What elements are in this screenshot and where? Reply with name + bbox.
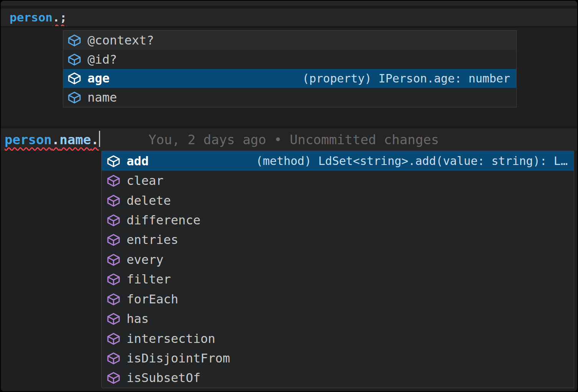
code-token-dot: .: [91, 132, 99, 147]
symbol-method-icon: [107, 371, 120, 384]
git-blame-annotation: You, 2 days ago • Uncommitted changes: [148, 128, 439, 151]
code-line-person-name[interactable]: person.name.You, 2 days ago • Uncommitte…: [1, 128, 577, 151]
suggestion-item-difference[interactable]: difference: [102, 210, 574, 230]
suggestion-item-isdisjointfrom[interactable]: isDisjointFrom: [102, 348, 574, 368]
suggestion-item-intersection[interactable]: intersection: [102, 329, 574, 348]
suggestion-label: intersection: [127, 331, 215, 346]
symbol-method-icon: [107, 312, 120, 325]
suggestion-label: name: [87, 90, 117, 105]
editor-top-partial-line: [1, 1, 577, 6]
suggestion-item-id[interactable]: @id?: [63, 50, 516, 69]
symbol-field-icon: [68, 72, 81, 85]
suggestion-label: delete: [127, 193, 171, 208]
symbol-method-icon: [107, 155, 120, 168]
suggestion-item-add-selected[interactable]: add (method) LdSet<string>.add(value: st…: [102, 151, 574, 171]
symbol-method-icon: [107, 194, 120, 207]
suggestion-label: age: [87, 71, 110, 86]
symbol-field-icon: [68, 34, 81, 47]
code-token-dot: .: [52, 132, 59, 147]
suggestion-label: @id?: [87, 52, 117, 67]
suggestion-label: has: [127, 311, 149, 326]
symbol-method-icon: [107, 233, 120, 246]
symbol-method-icon: [107, 273, 120, 286]
intellisense-suggest-widget-properties: @context? @id? age (property) IPerson.ag…: [63, 30, 517, 107]
suggestion-label: @context?: [87, 33, 154, 48]
suggestion-item-context[interactable]: @context?: [63, 31, 516, 50]
suggestion-label: isDisjointFrom: [127, 351, 230, 366]
symbol-method-icon: [107, 293, 120, 306]
code-token-variable: person: [10, 10, 53, 24]
suggestion-label: every: [127, 252, 163, 267]
suggestion-item-has[interactable]: has: [102, 309, 574, 328]
code-line-person-semicolon[interactable]: person.;: [1, 8, 577, 26]
symbol-method-icon: [107, 332, 120, 345]
suggestion-item-entries[interactable]: entries: [102, 230, 574, 250]
suggestion-label: filter: [127, 272, 171, 287]
suggestion-item-foreach[interactable]: forEach: [102, 289, 574, 309]
suggestion-detail: (property) IPerson.age: number: [295, 72, 510, 85]
symbol-field-icon: [68, 91, 81, 104]
code-editor: person.; @context? @id? age (property) I…: [0, 0, 578, 392]
code-token-property: name: [59, 132, 91, 147]
suggestion-item-filter[interactable]: filter: [102, 270, 574, 289]
symbol-method-icon: [107, 352, 120, 365]
intellisense-suggest-widget-methods: add (method) LdSet<string>.add(value: st…: [101, 151, 574, 388]
suggestion-item-age-selected[interactable]: age (property) IPerson.age: number: [63, 69, 516, 88]
line-separator: [1, 26, 577, 28]
suggestion-label: add: [127, 154, 149, 168]
line-separator: [1, 6, 577, 8]
code-token-error-punctuation: .;: [53, 10, 67, 24]
suggestion-item-name[interactable]: name: [63, 88, 516, 107]
code-token-variable: person: [5, 132, 52, 147]
suggestion-item-every[interactable]: every: [102, 250, 574, 269]
suggestion-label: difference: [127, 213, 201, 227]
symbol-method-icon: [107, 174, 120, 187]
symbol-method-icon: [107, 214, 120, 227]
suggestion-label: entries: [127, 232, 178, 247]
suggestion-label: clear: [127, 173, 163, 188]
symbol-method-icon: [107, 253, 120, 266]
line-separator: [1, 126, 577, 128]
suggestion-label: forEach: [127, 292, 178, 306]
suggestion-item-delete[interactable]: delete: [102, 191, 574, 210]
suggestion-label: isSubsetOf: [127, 371, 201, 385]
suggestion-item-issubsetof[interactable]: isSubsetOf: [102, 368, 574, 388]
text-cursor: [99, 131, 100, 147]
suggestion-item-clear[interactable]: clear: [102, 171, 574, 190]
suggestion-detail: (method) LdSet<string>.add(value: string…: [248, 154, 568, 168]
symbol-field-icon: [68, 53, 81, 66]
